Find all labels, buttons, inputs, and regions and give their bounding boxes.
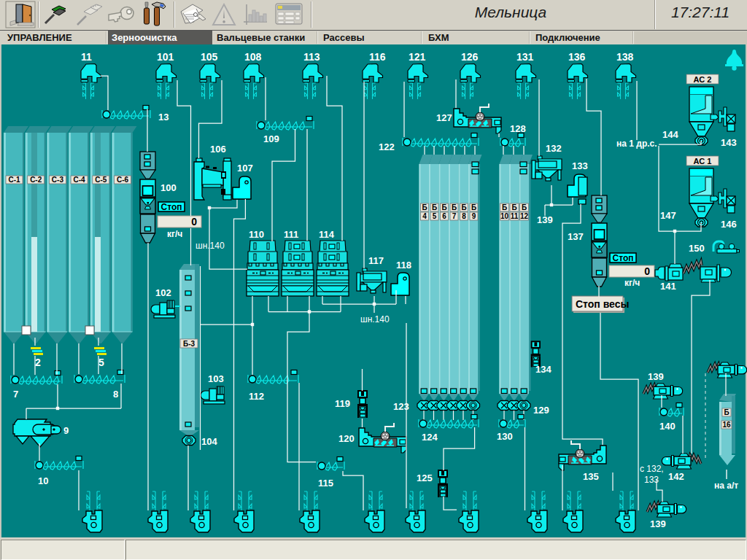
svg-text:116: 116	[369, 51, 386, 63]
svg-text:С-4: С-4	[74, 176, 86, 184]
svg-text:134: 134	[535, 364, 551, 375]
svg-text:150: 150	[689, 243, 705, 254]
svg-text:132: 132	[546, 143, 562, 154]
svg-text:113: 113	[303, 51, 320, 63]
svg-text:126: 126	[461, 51, 479, 63]
svg-text:115: 115	[318, 478, 333, 489]
svg-text:101: 101	[157, 51, 174, 63]
svg-text:10: 10	[500, 212, 509, 220]
svg-text:Б: Б	[724, 408, 729, 416]
svg-text:8: 8	[113, 389, 118, 400]
svg-text:4: 4	[422, 212, 427, 220]
svg-text:7: 7	[452, 212, 457, 220]
svg-text:на 1 др.с.: на 1 др.с.	[616, 139, 657, 149]
svg-text:Б: Б	[461, 203, 466, 211]
svg-text:141: 141	[660, 281, 676, 292]
svg-text:120: 120	[338, 433, 355, 444]
svg-text:105: 105	[201, 51, 218, 63]
svg-text:119: 119	[335, 398, 350, 409]
svg-text:144: 144	[662, 129, 678, 140]
svg-text:108: 108	[244, 51, 262, 63]
svg-text:139: 139	[650, 518, 666, 529]
svg-text:130: 130	[497, 431, 513, 442]
svg-text:107: 107	[237, 163, 253, 174]
svg-text:Б: Б	[511, 203, 516, 211]
svg-text:104: 104	[201, 436, 217, 447]
svg-text:139: 139	[648, 371, 664, 382]
svg-text:0: 0	[644, 265, 650, 277]
svg-text:121: 121	[409, 51, 426, 63]
svg-text:шн.140: шн.140	[196, 241, 225, 251]
svg-text:112: 112	[249, 391, 264, 402]
svg-text:125: 125	[417, 472, 433, 483]
svg-text:127: 127	[436, 112, 452, 123]
svg-text:102: 102	[155, 287, 171, 298]
svg-text:114: 114	[319, 229, 335, 240]
svg-text:131: 131	[516, 51, 534, 63]
svg-text:5: 5	[433, 212, 437, 220]
svg-text:С-6: С-6	[117, 176, 129, 184]
svg-text:Стоп весы: Стоп весы	[576, 298, 629, 310]
svg-text:на а/т: на а/т	[714, 481, 738, 491]
svg-text:124: 124	[422, 432, 438, 443]
svg-text:с 132,: с 132,	[640, 464, 664, 474]
svg-text:Б: Б	[441, 203, 446, 211]
svg-text:137: 137	[568, 231, 584, 242]
svg-text:Б-3: Б-3	[183, 340, 196, 348]
svg-text:Стоп: Стоп	[161, 202, 182, 212]
svg-text:С-5: С-5	[95, 176, 107, 184]
svg-text:147: 147	[660, 210, 676, 221]
svg-text:9: 9	[472, 212, 476, 220]
svg-text:8: 8	[462, 212, 466, 220]
svg-text:143: 143	[721, 137, 737, 148]
svg-text:118: 118	[396, 260, 411, 271]
svg-text:106: 106	[210, 144, 226, 155]
svg-text:110: 110	[249, 229, 264, 240]
svg-text:135: 135	[583, 471, 599, 482]
svg-text:117: 117	[368, 255, 384, 266]
svg-text:7: 7	[13, 389, 18, 400]
svg-text:С-2: С-2	[30, 176, 42, 184]
svg-text:140: 140	[659, 421, 676, 432]
svg-text:Б: Б	[422, 203, 427, 211]
svg-text:128: 128	[510, 123, 526, 134]
svg-text:кг/ч: кг/ч	[624, 278, 640, 288]
svg-text:Б: Б	[502, 203, 507, 211]
svg-text:103: 103	[208, 373, 224, 384]
svg-text:Б: Б	[522, 203, 527, 211]
svg-text:Б: Б	[452, 203, 457, 211]
svg-text:133: 133	[572, 160, 588, 171]
svg-text:АС 1: АС 1	[694, 157, 712, 166]
svg-text:12: 12	[520, 212, 529, 220]
svg-text:13: 13	[158, 112, 169, 122]
svg-text:100: 100	[160, 182, 177, 193]
svg-text:Стоп: Стоп	[613, 253, 634, 263]
svg-text:109: 109	[263, 133, 279, 144]
svg-text:0: 0	[191, 216, 197, 228]
svg-text:10: 10	[38, 475, 48, 486]
svg-text:Б: Б	[471, 203, 476, 211]
svg-text:АС 2: АС 2	[694, 75, 712, 84]
svg-text:142: 142	[668, 471, 684, 482]
svg-text:С-3: С-3	[52, 176, 64, 184]
svg-text:129: 129	[533, 405, 549, 416]
svg-text:11: 11	[511, 212, 519, 220]
svg-text:16: 16	[722, 421, 731, 429]
svg-text:139: 139	[537, 214, 553, 225]
svg-text:5: 5	[98, 357, 104, 368]
svg-text:9: 9	[63, 425, 69, 436]
svg-text:138: 138	[616, 51, 634, 63]
svg-text:Б: Б	[432, 203, 437, 211]
svg-text:шн.140: шн.140	[360, 314, 390, 324]
svg-text:2: 2	[35, 357, 41, 368]
svg-text:11: 11	[81, 51, 92, 63]
svg-text:146: 146	[721, 219, 737, 230]
svg-text:кг/ч: кг/ч	[167, 229, 182, 239]
svg-text:111: 111	[284, 229, 298, 240]
svg-text:С-1: С-1	[8, 176, 20, 184]
svg-text:122: 122	[379, 141, 395, 152]
svg-text:6: 6	[442, 212, 446, 220]
svg-text:133: 133	[644, 475, 659, 485]
svg-text:136: 136	[568, 51, 586, 63]
